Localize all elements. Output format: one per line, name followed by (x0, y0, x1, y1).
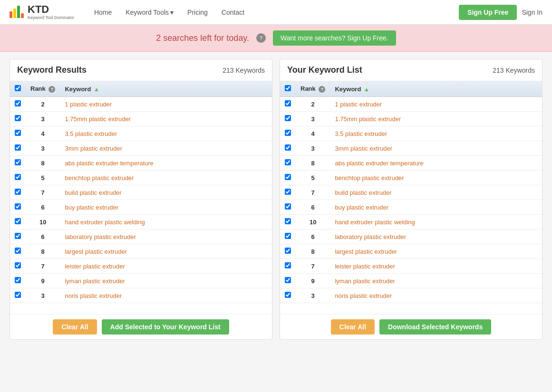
right-rank-value: 9 (296, 274, 330, 288)
right-table-row: 3 1.75mm plastic extruder (280, 112, 542, 126)
right-table-row: 7 leister plastic extruder (280, 259, 542, 274)
right-row-checkbox-cell (280, 200, 296, 215)
help-icon[interactable]: ? (256, 33, 266, 43)
left-keyword-table: Rank ? Keyword ▲ 2 1 plastic extruder (10, 81, 272, 303)
left-row-checkbox[interactable] (15, 174, 21, 180)
navbar: KTD Keyword Tool Dominator Home Keyword … (0, 0, 552, 25)
nav-links: Home Keyword Tools ▾ Pricing Contact (88, 1, 459, 24)
right-row-checkbox[interactable] (285, 218, 291, 224)
right-row-checkbox[interactable] (285, 277, 291, 283)
right-rank-value: 4 (296, 126, 330, 141)
left-row-checkbox[interactable] (15, 218, 21, 224)
left-rank-value: 2 (26, 97, 60, 112)
right-row-checkbox[interactable] (285, 100, 291, 106)
left-table-scroll[interactable]: Rank ? Keyword ▲ 2 1 plastic extruder (10, 81, 272, 314)
right-panel-header: Your Keyword List 213 Keywords (280, 59, 542, 81)
right-row-checkbox[interactable] (285, 262, 291, 268)
nav-actions: Sign Up Free Sign In (459, 5, 542, 20)
left-keyword-value: 1.75mm plastic extruder (60, 112, 272, 126)
right-row-checkbox-cell (280, 259, 296, 274)
left-row-checkbox[interactable] (15, 144, 21, 151)
right-row-checkbox[interactable] (285, 203, 291, 210)
nav-keyword-tools[interactable]: Keyword Tools ▾ (120, 1, 179, 24)
left-select-all-checkbox[interactable] (15, 85, 21, 91)
left-row-checkbox[interactable] (15, 233, 21, 239)
logo-bar-3 (17, 6, 20, 18)
right-row-checkbox[interactable] (285, 233, 291, 239)
left-table-header: Rank ? Keyword ▲ (10, 81, 272, 97)
left-row-checkbox-cell (10, 156, 26, 171)
left-row-checkbox[interactable] (15, 189, 21, 195)
nav-contact[interactable]: Contact (216, 1, 250, 24)
left-header-checkbox-cell (10, 81, 26, 97)
left-row-checkbox-cell (10, 288, 26, 303)
right-keyword-sort-icon[interactable]: ▲ (364, 86, 369, 93)
right-rank-value: 3 (296, 112, 330, 126)
left-row-checkbox[interactable] (15, 100, 21, 106)
nav-pricing[interactable]: Pricing (182, 1, 213, 24)
left-table-row: 10 hand extruder plastic welding (10, 215, 272, 229)
left-keyword-value: hand extruder plastic welding (60, 215, 272, 229)
left-row-checkbox[interactable] (15, 292, 21, 298)
left-row-checkbox[interactable] (15, 115, 21, 121)
right-row-checkbox[interactable] (285, 189, 291, 195)
logo-text: KTD Keyword Tool Dominator (28, 4, 74, 20)
right-select-all-checkbox[interactable] (285, 85, 291, 91)
right-keyword-value: noris plastic extruder (330, 288, 542, 303)
right-rank-value: 2 (296, 97, 330, 112)
right-row-checkbox[interactable] (285, 292, 291, 298)
right-row-checkbox-cell (280, 171, 296, 185)
right-table-scroll[interactable]: Rank ? Keyword ▲ 2 1 plastic extruder (280, 81, 542, 314)
left-row-checkbox[interactable] (15, 248, 21, 254)
right-header-checkbox-cell (280, 81, 296, 97)
logo-subtitle: Keyword Tool Dominator (28, 16, 74, 20)
left-row-checkbox[interactable] (15, 159, 21, 165)
left-row-checkbox[interactable] (15, 277, 21, 283)
more-searches-button[interactable]: Want more searches? Sign Up Free. (273, 30, 396, 46)
right-rank-value: 6 (296, 200, 330, 215)
right-table-row: 8 abs plastic extruder temperature (280, 156, 542, 171)
right-keyword-value: hand extruder plastic welding (330, 215, 542, 229)
left-row-checkbox-cell (10, 112, 26, 126)
left-rank-value: 4 (26, 126, 60, 141)
main-content: Keyword Results 213 Keywords Rank ? (0, 52, 552, 347)
logo-bar-1 (10, 11, 12, 18)
right-row-checkbox[interactable] (285, 115, 291, 121)
right-row-checkbox[interactable] (285, 130, 291, 136)
right-row-checkbox-cell (280, 126, 296, 141)
right-row-checkbox-cell (280, 156, 296, 171)
left-keyword-value: 3mm plastic extruder (60, 141, 272, 156)
right-rank-info-icon[interactable]: ? (319, 86, 325, 93)
download-button[interactable]: Download Selected Keywords (379, 319, 491, 335)
left-clear-all-button[interactable]: Clear All (53, 319, 97, 335)
left-row-checkbox[interactable] (15, 130, 21, 136)
right-row-checkbox[interactable] (285, 159, 291, 165)
right-table-row: 4 3.5 plastic extruder (280, 126, 542, 141)
right-row-checkbox[interactable] (285, 144, 291, 151)
signin-link[interactable]: Sign In (522, 9, 542, 16)
right-rank-value: 8 (296, 156, 330, 171)
left-table-row: 8 abs plastic extruder temperature (10, 156, 272, 171)
left-row-checkbox[interactable] (15, 203, 21, 210)
right-row-checkbox[interactable] (285, 248, 291, 254)
left-row-checkbox[interactable] (15, 262, 21, 268)
rank-info-icon[interactable]: ? (48, 86, 55, 93)
right-row-checkbox[interactable] (285, 174, 291, 180)
keyword-sort-icon[interactable]: ▲ (94, 86, 99, 93)
right-table-row: 7 build plastic extruder (280, 185, 542, 200)
left-rank-value: 8 (26, 244, 60, 259)
left-keyword-value: buy plastic extruder (60, 200, 272, 215)
left-row-checkbox-cell (10, 274, 26, 288)
left-row-checkbox-cell (10, 171, 26, 185)
left-keyword-value: lyman plastic extruder (60, 274, 272, 288)
right-row-checkbox-cell (280, 274, 296, 288)
nav-home[interactable]: Home (88, 1, 117, 24)
left-panel-title: Keyword Results (17, 65, 87, 75)
signup-button[interactable]: Sign Up Free (459, 5, 517, 20)
alert-banner: 2 searches left for today. ? Want more s… (0, 25, 552, 52)
right-row-checkbox-cell (280, 244, 296, 259)
add-selected-button[interactable]: Add Selected to Your Keyword List (102, 319, 229, 335)
left-table-row: 5 benchtop plastic extruder (10, 171, 272, 185)
right-clear-all-button[interactable]: Clear All (331, 319, 375, 335)
left-keyword-value: laboratory plastic extruder (60, 229, 272, 244)
